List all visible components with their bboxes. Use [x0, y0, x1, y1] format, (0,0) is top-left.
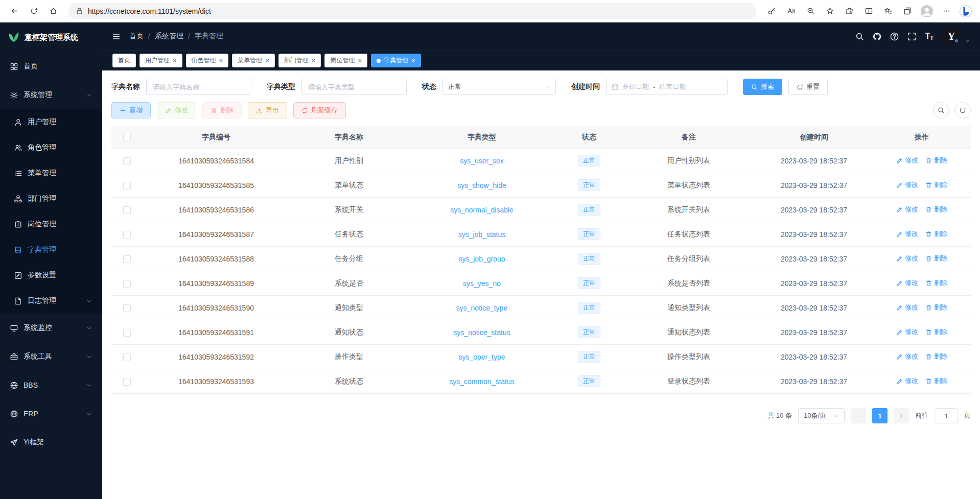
close-icon[interactable]: ×: [312, 57, 316, 64]
status-select[interactable]: 正常: [442, 79, 556, 95]
dict-type-link[interactable]: sys_yes_no: [463, 279, 501, 288]
delete-row-button[interactable]: 删除: [925, 156, 947, 165]
extensions-icon[interactable]: [840, 3, 858, 20]
page-size-select[interactable]: 10条/页: [798, 408, 845, 423]
edit-row-button[interactable]: 修改: [896, 229, 918, 239]
dict-type-link[interactable]: sys_notice_status: [453, 328, 510, 337]
dict-name-input[interactable]: [146, 79, 251, 95]
app-logo[interactable]: 意框架管理系统: [0, 22, 102, 52]
delete-row-button[interactable]: 删除: [925, 303, 947, 312]
dict-type-link[interactable]: sys_user_sex: [460, 157, 504, 165]
delete-button[interactable]: 删除: [202, 102, 242, 118]
delete-row-button[interactable]: 删除: [925, 180, 947, 189]
sidebar-item-monitor[interactable]: 系统监控: [0, 314, 102, 342]
toggle-search-button[interactable]: [933, 102, 949, 118]
close-icon[interactable]: ×: [173, 57, 177, 64]
add-favorite-icon[interactable]: [821, 3, 839, 20]
refresh-table-button[interactable]: [954, 102, 971, 118]
page-number-button[interactable]: 1: [872, 408, 888, 423]
user-avatar[interactable]: Y: [942, 27, 961, 45]
tab-dict[interactable]: 字典管理×: [371, 54, 421, 67]
edit-row-button[interactable]: 修改: [896, 180, 918, 189]
edit-row-button[interactable]: 修改: [896, 205, 918, 214]
sidebar-item-bbs[interactable]: BBS: [0, 371, 102, 399]
collections-icon[interactable]: [898, 3, 917, 20]
search-icon[interactable]: [855, 32, 864, 41]
tab-menu[interactable]: 菜单管理×: [232, 54, 275, 67]
sidebar-item-erp[interactable]: ERP: [0, 399, 102, 428]
sidebar-item-menu[interactable]: 菜单管理: [0, 160, 102, 186]
select-all-checkbox[interactable]: [123, 134, 131, 141]
delete-row-button[interactable]: 删除: [925, 254, 947, 263]
password-key-icon[interactable]: [762, 3, 781, 20]
dict-type-link[interactable]: sys_normal_disable: [450, 206, 514, 214]
row-checkbox[interactable]: [123, 231, 131, 239]
collapse-sidebar-icon[interactable]: [112, 33, 120, 40]
row-checkbox[interactable]: [123, 182, 131, 189]
row-checkbox[interactable]: [123, 353, 131, 361]
row-checkbox[interactable]: [123, 378, 131, 386]
add-button[interactable]: 新增: [111, 102, 151, 118]
delete-row-button[interactable]: 删除: [925, 278, 947, 288]
edit-row-button[interactable]: 修改: [896, 376, 918, 386]
split-screen-icon[interactable]: [859, 3, 878, 20]
tab-dept[interactable]: 部门管理×: [278, 54, 321, 67]
browser-menu-icon[interactable]: [937, 3, 955, 20]
zoom-out-icon[interactable]: [801, 3, 820, 20]
goto-page-input[interactable]: [935, 408, 958, 423]
tab-post[interactable]: 岗位管理×: [324, 54, 367, 67]
reset-button[interactable]: 重置: [788, 79, 828, 95]
edit-row-button[interactable]: 修改: [896, 254, 918, 263]
edit-button[interactable]: 修改: [157, 102, 196, 118]
close-icon[interactable]: ×: [411, 57, 415, 64]
bing-discover-icon[interactable]: [956, 3, 975, 20]
home-icon[interactable]: [44, 3, 62, 20]
sidebar-item-tool[interactable]: 系统工具: [0, 342, 102, 371]
breadcrumb-item[interactable]: 系统管理: [155, 32, 183, 41]
dict-type-link[interactable]: sys_common_status: [449, 377, 515, 386]
edit-row-button[interactable]: 修改: [896, 278, 918, 288]
sidebar-item-yi[interactable]: Yi框架: [0, 428, 102, 457]
close-icon[interactable]: ×: [219, 57, 223, 64]
prev-page-button[interactable]: [851, 408, 866, 423]
delete-row-button[interactable]: 删除: [925, 205, 947, 214]
dict-type-link[interactable]: sys_oper_type: [458, 353, 505, 361]
next-page-button[interactable]: [894, 408, 909, 423]
favorites-bar-icon[interactable]: [879, 3, 897, 20]
sidebar-item-log[interactable]: 日志管理: [0, 288, 102, 314]
help-icon[interactable]: [890, 32, 899, 41]
row-checkbox[interactable]: [123, 255, 131, 263]
date-range-picker[interactable]: 开始日期 - 结束日期: [606, 79, 728, 95]
delete-row-button[interactable]: 删除: [925, 229, 947, 239]
edit-row-button[interactable]: 修改: [896, 156, 918, 165]
edit-row-button[interactable]: 修改: [896, 303, 918, 312]
tab-user[interactable]: 用户管理×: [139, 54, 182, 67]
breadcrumb-item[interactable]: 首页: [129, 32, 144, 41]
row-checkbox[interactable]: [123, 304, 131, 312]
close-icon[interactable]: ×: [358, 57, 362, 64]
dict-type-link[interactable]: sys_notice_type: [456, 304, 507, 312]
delete-row-button[interactable]: 删除: [925, 352, 947, 361]
row-checkbox[interactable]: [123, 329, 131, 337]
export-button[interactable]: 导出: [248, 102, 287, 118]
sidebar-item-user[interactable]: 用户管理: [0, 109, 102, 135]
sidebar-item-post[interactable]: 岗位管理: [0, 211, 102, 237]
sidebar-item-dept[interactable]: 部门管理: [0, 186, 102, 211]
refresh-cache-button[interactable]: 刷新缓存: [293, 102, 346, 118]
dict-type-link[interactable]: sys_job_group: [458, 255, 505, 263]
edit-row-button[interactable]: 修改: [896, 327, 918, 337]
address-bar[interactable]: https://ccnetcore.com:1101/system/dict: [68, 3, 756, 19]
sidebar-item-dict[interactable]: 字典管理: [0, 237, 102, 263]
profile-avatar[interactable]: [918, 3, 936, 20]
sidebar-item-config[interactable]: 参数设置: [0, 263, 102, 288]
refresh-page-icon[interactable]: [25, 3, 43, 20]
close-icon[interactable]: ×: [265, 57, 269, 64]
font-size-icon[interactable]: TT: [925, 32, 934, 41]
tab-home[interactable]: 首页: [112, 54, 136, 67]
github-icon[interactable]: [873, 32, 881, 41]
sidebar-item-system[interactable]: 系统管理: [0, 81, 102, 109]
read-aloud-icon[interactable]: [782, 3, 800, 20]
edit-row-button[interactable]: 修改: [896, 352, 918, 361]
fullscreen-icon[interactable]: [907, 32, 916, 41]
sidebar-item-role[interactable]: 角色管理: [0, 135, 102, 160]
